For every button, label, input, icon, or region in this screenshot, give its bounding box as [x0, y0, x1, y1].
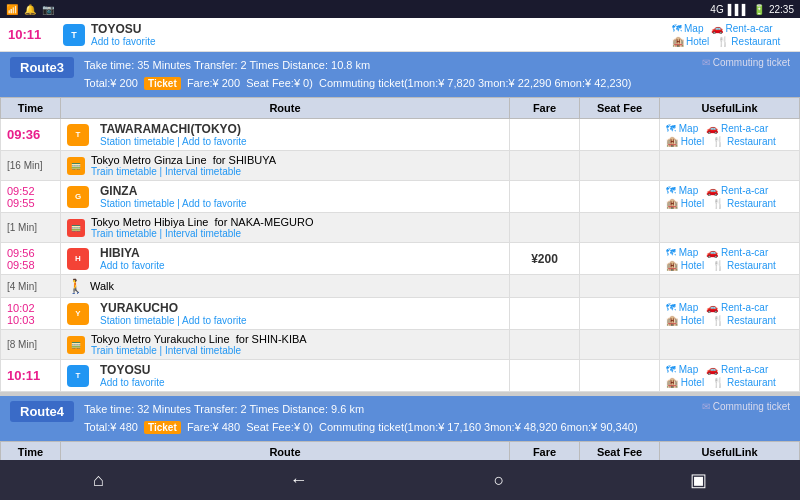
map-link[interactable]: 🗺 Map: [666, 185, 698, 196]
route4-cost-row: Total:¥ 480 Ticket Fare:¥ 480 Seat Fee:¥…: [84, 419, 638, 437]
useful-empty: [660, 213, 800, 243]
train-icon: 🚃: [67, 336, 85, 354]
home-circle-icon[interactable]: ○: [493, 470, 504, 491]
transit-links[interactable]: Train timetable | Interval timetable: [91, 166, 276, 177]
restaurant-link[interactable]: 🍴 Restaurant: [712, 198, 776, 209]
fare-cell: [510, 181, 580, 213]
hotel-link[interactable]: 🏨 Hotel: [666, 198, 704, 209]
depart-time: 09:58: [7, 259, 54, 271]
station-links[interactable]: Station timetable | Add to favorite: [100, 315, 247, 326]
station-row-content: T TOYOSU Add to favorite: [67, 363, 503, 388]
transit-detail: Tokyo Metro Yurakucho Line for SHIN-KIBA…: [91, 333, 307, 356]
route4-cost: Total:¥ 480: [84, 421, 138, 433]
useful-cell: 🗺 Map 🚗 Rent-a-car 🏨 Hotel 🍴 Restaurant: [660, 298, 800, 330]
seatfee-cell: [580, 360, 660, 392]
hotel-link[interactable]: 🏨 Hotel: [666, 136, 704, 147]
transit-info: 🚃 Tokyo Metro Ginza Line for SHIBUYA Tra…: [67, 154, 503, 177]
station-name: HIBIYA: [100, 246, 164, 260]
arrive-time: 10:02: [7, 302, 54, 314]
route3-table: Time Route Fare Seat Fee UsefulLink 09:3…: [0, 97, 800, 392]
map-link[interactable]: 🗺 Map: [666, 364, 698, 375]
table-row: [8 Min] 🚃 Tokyo Metro Yurakucho Line for…: [1, 330, 800, 360]
signal-label: 4G: [710, 4, 723, 15]
route4-commuting-link[interactable]: ✉ Commuting ticket: [702, 401, 790, 412]
transit-links[interactable]: Train timetable | Interval timetable: [91, 228, 314, 239]
seatfee-cell: [580, 298, 660, 330]
home-icon[interactable]: ⌂: [93, 470, 104, 491]
walk-info: 🚶 Walk: [67, 278, 503, 294]
train-icon: 🚃: [67, 219, 85, 237]
rentacar-link[interactable]: 🚗 Rent-a-car: [706, 247, 768, 258]
rentacar-link[interactable]: 🚗 Rent-a-car: [706, 123, 768, 134]
map-link[interactable]: 🗺 Map: [666, 123, 698, 134]
useful-empty: [660, 330, 800, 360]
fare-cell: [510, 360, 580, 392]
th-time2: Time: [1, 442, 61, 460]
restaurant-link[interactable]: 🍴 Restaurant: [712, 377, 776, 388]
fare-cell: ¥200: [510, 243, 580, 275]
station-icon: T: [67, 365, 89, 387]
route-cell: T TOYOSU Add to favorite: [61, 360, 510, 392]
rentacar-link[interactable]: 🚗 Rent-a-car: [706, 185, 768, 196]
time-cell: 09:52 09:55: [1, 181, 61, 213]
seatfee-empty: [580, 275, 660, 298]
station-links[interactable]: Station timetable | Add to favorite: [100, 136, 247, 147]
rentacar-link[interactable]: 🚗 Rent-a-car: [711, 23, 772, 34]
hotel-link[interactable]: 🏨 Hotel: [666, 377, 704, 388]
walk-cell: 🚶 Walk: [61, 275, 510, 298]
route3-header-wrap: Route3 Take time: 35 Minutes Transfer: 2…: [10, 57, 631, 92]
route4-summary: Take time: 32 Minutes Transfer: 2 Times …: [84, 401, 638, 419]
station-icon: H: [67, 248, 89, 270]
useful-row2: 🏨 Hotel 🍴 Restaurant: [666, 377, 793, 388]
station-row-content: T TAWARAMACHI(TOKYO) Station timetable |…: [67, 122, 503, 147]
restaurant-link[interactable]: 🍴 Restaurant: [712, 315, 776, 326]
partial-station-links[interactable]: Add to favorite: [91, 36, 672, 47]
restaurant-link[interactable]: 🍴 Restaurant: [712, 136, 776, 147]
transit-info: 🚃 Tokyo Metro Yurakucho Line for SHIN-KI…: [67, 333, 503, 356]
route3-cost-row: Total:¥ 200 Ticket Fare:¥ 200 Seat Fee:¥…: [84, 75, 631, 93]
back-icon[interactable]: ←: [290, 470, 308, 491]
status-right: 4G ▌▌▌ 🔋 22:35: [710, 4, 794, 15]
table-row: 10:11 T TOYOSU Add to favorite: [1, 360, 800, 392]
th-useful2: UsefulLink: [660, 442, 800, 460]
table-row: 09:56 09:58 H HIBIYA Add to favorite ¥20…: [1, 243, 800, 275]
useful-cell: 🗺 Map 🚗 Rent-a-car 🏨 Hotel 🍴 Restaurant: [660, 243, 800, 275]
square-icon[interactable]: ▣: [690, 469, 707, 491]
station-row-content: H HIBIYA Add to favorite: [67, 246, 503, 271]
restaurant-link[interactable]: 🍴 Restaurant: [717, 36, 780, 47]
main-content[interactable]: 10:11 T TOYOSU Add to favorite 🗺 Map 🚗 R…: [0, 18, 800, 460]
useful-links: 🗺 Map 🚗 Rent-a-car 🏨 Hotel 🍴 Restaurant: [666, 364, 793, 388]
th-time: Time: [1, 98, 61, 119]
useful-row2: 🏨 Hotel 🍴 Restaurant: [666, 136, 793, 147]
station-detail: GINZA Station timetable | Add to favorit…: [100, 184, 247, 209]
station-links[interactable]: Station timetable | Add to favorite: [100, 198, 247, 209]
hotel-link[interactable]: 🏨 Hotel: [666, 315, 704, 326]
map-link[interactable]: 🗺 Map: [666, 247, 698, 258]
map-link[interactable]: 🗺 Map: [672, 23, 703, 34]
route3-commuting-link[interactable]: ✉ Commuting ticket: [702, 57, 790, 68]
duration-time: [4 Min]: [1, 275, 61, 298]
map-link[interactable]: 🗺 Map: [666, 302, 698, 313]
route3-info: Take time: 35 Minutes Transfer: 2 Times …: [84, 57, 631, 92]
rentacar-link[interactable]: 🚗 Rent-a-car: [706, 364, 768, 375]
rentacar-link[interactable]: 🚗 Rent-a-car: [706, 302, 768, 313]
fare-empty: [510, 330, 580, 360]
useful-links: 🗺 Map 🚗 Rent-a-car 🏨 Hotel 🍴 Restaurant: [666, 123, 793, 147]
transit-cell: 🚃 Tokyo Metro Ginza Line for SHIBUYA Tra…: [61, 151, 510, 181]
restaurant-link[interactable]: 🍴 Restaurant: [712, 260, 776, 271]
hotel-link[interactable]: 🏨 Hotel: [666, 260, 704, 271]
station-links[interactable]: Add to favorite: [100, 260, 164, 271]
transit-links[interactable]: Train timetable | Interval timetable: [91, 345, 307, 356]
transit-name: Tokyo Metro Yurakucho Line for SHIN-KIBA: [91, 333, 307, 345]
hotel-link[interactable]: 🏨 Hotel: [672, 36, 709, 47]
route3-ticket: Ticket: [144, 77, 181, 90]
station-detail: TAWARAMACHI(TOKYO) Station timetable | A…: [100, 122, 247, 147]
route3-commuting: Commuting ticket(1mon:¥ 7,820 3mon:¥ 22,…: [319, 77, 631, 89]
time-cell: 10:02 10:03: [1, 298, 61, 330]
station-links[interactable]: Add to favorite: [100, 377, 164, 388]
route4-header-wrap: Route4 Take time: 32 Minutes Transfer: 2…: [10, 401, 638, 436]
fare-amount: ¥200: [531, 252, 558, 266]
partial-time: 10:11: [8, 27, 63, 42]
useful-cell: 🗺 Map 🚗 Rent-a-car 🏨 Hotel 🍴 Restaurant: [660, 181, 800, 213]
th-seatfee2: Seat Fee: [580, 442, 660, 460]
